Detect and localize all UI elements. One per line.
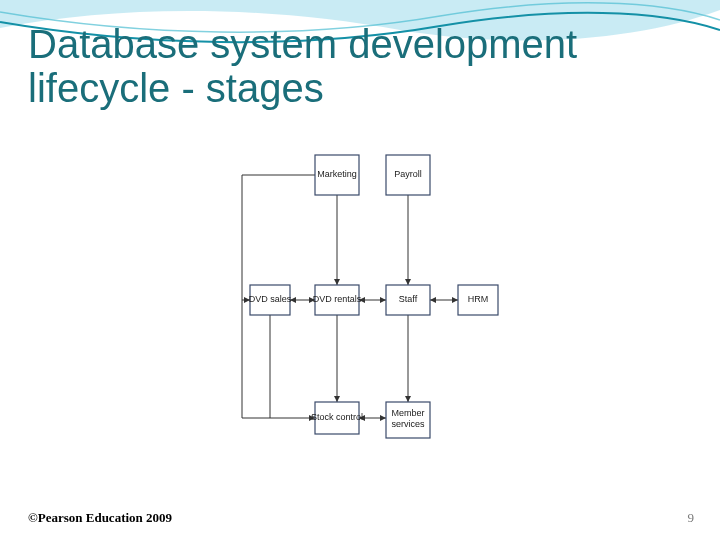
label-marketing: Marketing [317, 169, 357, 179]
footer-page-number: 9 [688, 510, 695, 526]
diagram: Marketing Payroll DVD sales DVD rentals … [230, 140, 530, 470]
label-member-services-2: services [391, 419, 425, 429]
slide: Database system development lifecycle - … [0, 0, 720, 540]
label-staff: Staff [399, 294, 418, 304]
svg-marker-7 [380, 415, 386, 421]
svg-marker-3 [380, 297, 386, 303]
conn-marketing-dvdsales [242, 175, 315, 300]
svg-marker-5 [452, 297, 458, 303]
label-hrm: HRM [468, 294, 489, 304]
svg-marker-11 [405, 396, 411, 402]
svg-marker-9 [405, 279, 411, 285]
footer-copyright: ©Pearson Education 2009 [28, 510, 172, 526]
conn-dvdsales-stock [270, 315, 315, 418]
label-stock-control: Stock control [311, 412, 363, 422]
label-dvd-rentals: DVD rentals [313, 294, 362, 304]
svg-marker-8 [334, 279, 340, 285]
label-dvd-sales: DVD sales [249, 294, 292, 304]
label-payroll: Payroll [394, 169, 422, 179]
svg-marker-10 [334, 396, 340, 402]
slide-title: Database system development lifecycle - … [28, 22, 680, 110]
label-member-services-1: Member [391, 408, 424, 418]
svg-marker-4 [430, 297, 436, 303]
